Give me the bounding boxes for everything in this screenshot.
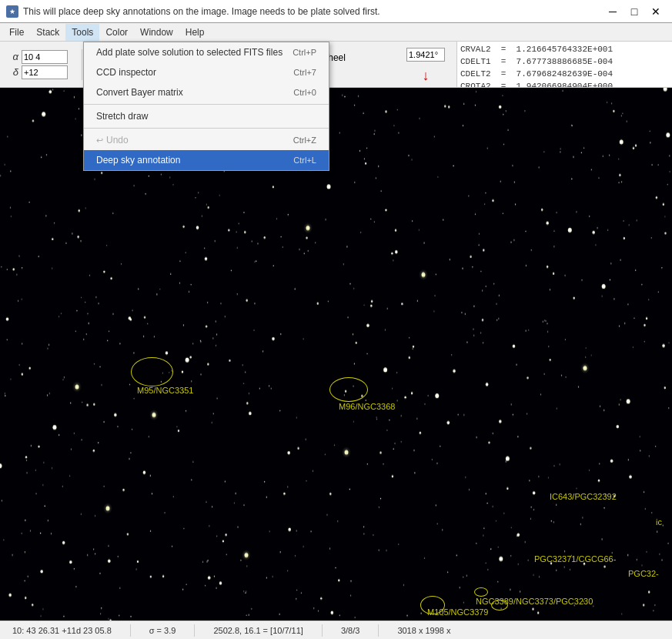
app-icon: ★ [6,5,18,18]
convert-bayer-shortcut: Ctrl+0 [293,88,316,97]
menu-stack[interactable]: Stack [30,24,65,41]
menu-item-convert-bayer[interactable]: Convert Bayer matrix Ctrl+0 [84,82,329,102]
title-bar: ★ This will place deep sky annotations o… [0,0,672,23]
status-div-2 [194,624,195,637]
menu-item-plate-solve[interactable]: Add plate solve solution to selected FIT… [84,42,329,62]
status-dimensions: 3018 x 1998 x [391,626,456,635]
menu-help[interactable]: Help [179,24,211,41]
menu-item-deep-sky[interactable]: Deep sky annotation Ctrl+L [84,150,329,170]
status-page: 3/8/3 [335,626,366,635]
title-text: This will place deep sky annotations on … [23,6,380,17]
minimize-button[interactable]: ─ [603,4,623,19]
ccd-inspector-shortcut: Ctrl+7 [293,68,316,77]
undo-label: ↩Undo [96,135,129,146]
menu-color[interactable]: Color [99,24,134,41]
fits-line-cdelt1: CDELT1 = 7.677738886685E-004 [460,55,669,68]
delta-input[interactable] [22,65,68,79]
status-coords: 10: 43 26.31 +11d 23 05.8 [6,626,118,635]
fits-line-crval2: CRVAL2 = 1.216645764332E+001 [460,43,669,55]
alpha-input[interactable] [22,50,68,64]
coord-panel: α δ [6,50,68,79]
deep-sky-shortcut: Ctrl+L [293,156,316,165]
menu-bar: File Stack Tools Color Window Help [0,23,672,42]
fits-header-panel[interactable]: CRVAL2 = 1.216645764332E+001 CDELT1 = 7.… [456,42,672,87]
menu-item-undo[interactable]: ↩Undo Ctrl+Z [84,130,329,150]
status-div-1 [130,624,131,637]
window-controls: ─ □ ✕ [603,4,666,19]
status-position: 2502.8, 16.1 = [10/7/11] [207,626,309,635]
menu-item-ccd-inspector[interactable]: CCD inspector Ctrl+7 [84,62,329,82]
fits-line-crota2: CROTA2 = 1.942066984904E+000 [460,80,669,87]
arrow-down-icon: ↓ [423,68,430,84]
alpha-label: α [6,51,18,62]
convert-bayer-label: Convert Bayer matrix [96,87,183,98]
angle-display: 1.9421° [406,48,445,62]
menu-window[interactable]: Window [134,24,179,41]
plate-solve-shortcut: Ctrl+P [293,48,316,57]
status-sigma: σ = 3.9 [143,626,182,635]
menu-file[interactable]: File [3,24,30,41]
close-button[interactable]: ✕ [646,4,666,19]
menu-separator-1 [84,104,329,105]
deep-sky-label: Deep sky annotation [96,155,180,166]
menu-separator-2 [84,128,329,129]
menu-item-stretch-draw[interactable]: Stretch draw [84,106,329,126]
tools-dropdown-menu: Add plate solve solution to selected FIT… [83,42,329,171]
undo-shortcut: Ctrl+Z [293,135,316,145]
maximize-button[interactable]: □ [624,4,644,19]
menu-tools[interactable]: Tools [65,24,99,41]
status-div-3 [322,624,323,637]
status-div-4 [378,624,379,637]
fits-line-cdelt2: CDELT2 = 7.679682482639E-004 [460,68,669,80]
toolbar-separator-1 [82,49,82,80]
angle-value: 1.9421° [409,50,438,59]
status-bar: 10: 43 26.31 +11d 23 05.8 σ = 3.9 2502.8… [0,621,672,639]
ccd-inspector-label: CCD inspector [96,67,156,78]
stretch-draw-menu-label: Stretch draw [96,111,148,122]
delta-label: δ [6,66,18,78]
plate-solve-label: Add plate solve solution to selected FIT… [96,47,283,58]
